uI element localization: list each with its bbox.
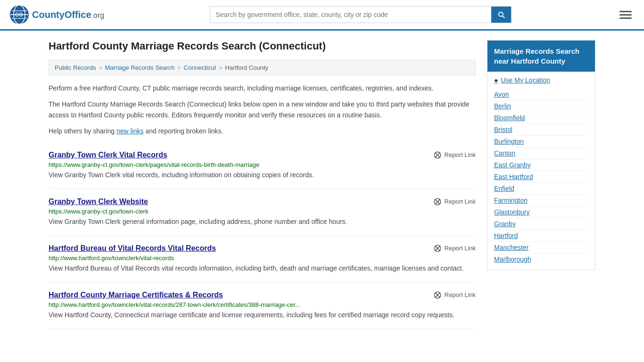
result-url-2: http://www.hartford.gov/townclerk/vital-… <box>49 255 476 262</box>
sidebar-link-marlborough[interactable]: Marlborough <box>494 254 588 265</box>
logo-text: CountyOffice.org <box>32 9 104 20</box>
report-icon-1 <box>433 197 442 206</box>
result-header-3: Hartford County Marriage Certificates & … <box>49 291 476 299</box>
logo-area: CO CountyOffice.org <box>9 5 104 25</box>
desc-paragraph-3: Help others by sharing new links and rep… <box>49 126 476 136</box>
result-desc-3: View Hartford County, Connecticut marria… <box>49 310 476 320</box>
breadcrumb-sep-1: > <box>99 65 102 71</box>
report-link-btn-2[interactable]: Report Link <box>433 244 476 253</box>
result-desc-1: View Granby Town Clerk general informati… <box>49 217 476 227</box>
report-link-btn-1[interactable]: Report Link <box>433 197 476 206</box>
result-url-3: http://www.hartford.gov/townclerk/vital-… <box>49 301 476 308</box>
sidebar-content: ● Use My Location AvonBerlinBloomfieldBr… <box>487 72 595 270</box>
menu-button[interactable] <box>617 8 635 22</box>
page-container: Hartford County Marriage Records Search … <box>39 31 605 338</box>
desc-pre-link: Help others by sharing <box>49 127 116 135</box>
sidebar-link-east-hartford[interactable]: East Hartford <box>494 171 588 183</box>
sidebar-link-east-granby[interactable]: East Granby <box>494 159 588 171</box>
result-title-3[interactable]: Hartford County Marriage Certificates & … <box>49 291 223 299</box>
sidebar-link-enfield[interactable]: Enfield <box>494 183 588 195</box>
result-title-0[interactable]: Granby Town Clerk Vital Records <box>49 151 167 159</box>
location-icon: ● <box>494 76 498 84</box>
new-links-link[interactable]: new links <box>116 127 144 135</box>
breadcrumb-current: Hartford County <box>225 64 268 71</box>
breadcrumb: Public Records > Marriage Records Search… <box>49 60 476 75</box>
breadcrumb-connecticut[interactable]: Connecticut <box>184 64 216 71</box>
search-input-wrapper <box>210 6 512 23</box>
use-my-location-label: Use My Location <box>501 76 550 84</box>
sidebar-links: AvonBerlinBloomfieldBristolBurlingtonCan… <box>494 89 588 265</box>
sidebar-link-granby[interactable]: Granby <box>494 218 588 230</box>
result-url-0: https://www.granby-ct.gov/town-clerk/pag… <box>49 161 476 168</box>
breadcrumb-sep-3: > <box>219 65 222 71</box>
result-item-3: Hartford County Marriage Certificates & … <box>49 282 476 329</box>
report-link-btn-0[interactable]: Report Link <box>433 151 476 159</box>
search-button[interactable] <box>491 7 511 23</box>
sidebar-link-bristol[interactable]: Bristol <box>494 124 588 136</box>
use-my-location-btn[interactable]: ● Use My Location <box>494 76 588 84</box>
sidebar-link-glastonbury[interactable]: Glastonbury <box>494 206 588 218</box>
result-header-1: Granby Town Clerk Website Report Link <box>49 197 476 206</box>
sidebar-link-canton[interactable]: Canton <box>494 148 588 159</box>
menu-bar-1 <box>619 11 632 12</box>
result-desc-2: View Hartford Bureau of Vital Records vi… <box>49 263 476 273</box>
report-label-3: Report Link <box>445 291 476 298</box>
report-icon-0 <box>433 151 442 159</box>
desc-post-link: and reporting broken links. <box>144 127 223 135</box>
report-label-1: Report Link <box>445 198 476 205</box>
site-header: CO CountyOffice.org <box>0 0 644 31</box>
results-list: Granby Town Clerk Vital Records Report L… <box>49 142 476 329</box>
sidebar-box: Marriage Records Search near Hartford Co… <box>487 40 595 270</box>
svg-text:CO: CO <box>15 12 23 17</box>
report-icon-3 <box>433 291 442 299</box>
search-area <box>210 6 512 23</box>
result-header-0: Granby Town Clerk Vital Records Report L… <box>49 151 476 159</box>
sidebar-link-burlington[interactable]: Burlington <box>494 136 588 148</box>
desc-paragraph-2: The Hartford County Marriage Records Sea… <box>49 99 476 120</box>
sidebar-link-bloomfield[interactable]: Bloomfield <box>494 112 588 124</box>
breadcrumb-public-records[interactable]: Public Records <box>55 64 96 71</box>
result-title-1[interactable]: Granby Town Clerk Website <box>49 197 148 206</box>
menu-bar-2 <box>619 14 632 16</box>
result-title-2[interactable]: Hartford Bureau of Vital Records Vital R… <box>49 244 216 253</box>
sidebar-link-manchester[interactable]: Manchester <box>494 242 588 254</box>
desc-paragraph-1: Perform a free Hartford County, CT publi… <box>49 83 476 93</box>
breadcrumb-sep-2: > <box>178 65 181 71</box>
result-item-2: Hartford Bureau of Vital Records Vital R… <box>49 236 476 282</box>
sidebar: Marriage Records Search near Hartford Co… <box>487 40 595 329</box>
search-input[interactable] <box>210 7 491 23</box>
result-desc-0: View Granby Town Clerk vital records, in… <box>49 170 476 180</box>
report-label-2: Report Link <box>445 245 476 252</box>
report-label-0: Report Link <box>445 151 476 158</box>
main-content: Hartford County Marriage Records Search … <box>49 40 476 329</box>
result-item-1: Granby Town Clerk Website Report Link ht… <box>49 189 476 236</box>
breadcrumb-marriage-records[interactable]: Marriage Records Search <box>105 64 174 71</box>
page-title: Hartford County Marriage Records Search … <box>49 40 476 52</box>
result-url-1: https://www.granby-ct.gov/town-clerk <box>49 208 476 215</box>
menu-bar-3 <box>619 17 632 19</box>
search-icon <box>497 10 505 19</box>
logo-icon: CO <box>9 5 29 25</box>
report-link-btn-3[interactable]: Report Link <box>433 291 476 299</box>
sidebar-link-avon[interactable]: Avon <box>494 89 588 100</box>
result-header-2: Hartford Bureau of Vital Records Vital R… <box>49 244 476 253</box>
sidebar-link-farmington[interactable]: Farmington <box>494 195 588 206</box>
sidebar-header: Marriage Records Search near Hartford Co… <box>487 41 595 72</box>
sidebar-link-berlin[interactable]: Berlin <box>494 100 588 112</box>
result-item-0: Granby Town Clerk Vital Records Report L… <box>49 142 476 189</box>
sidebar-link-hartford[interactable]: Hartford <box>494 230 588 242</box>
report-icon-2 <box>433 244 442 253</box>
